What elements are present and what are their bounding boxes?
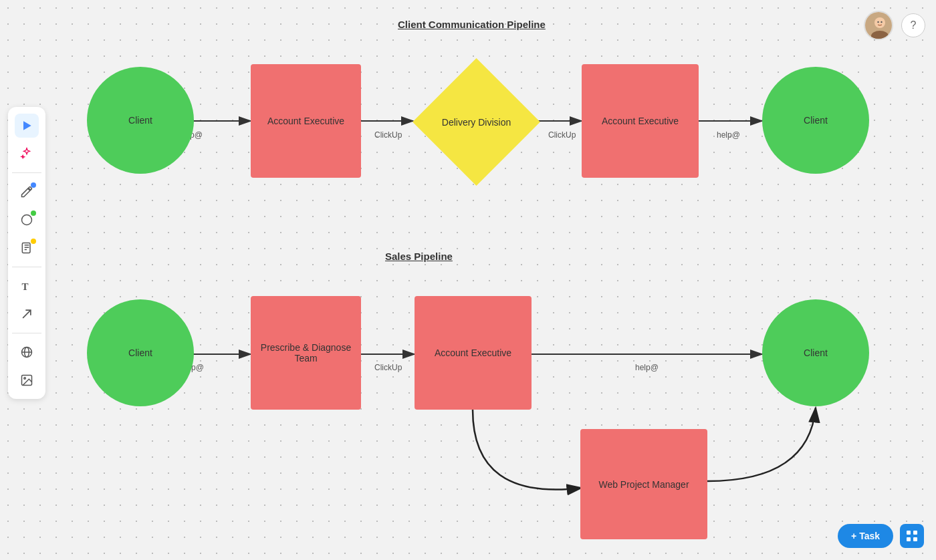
node-client-1-label: Client <box>128 115 152 126</box>
node-client-3-label: Client <box>128 347 152 358</box>
user-avatar[interactable] <box>864 11 893 40</box>
add-task-label: + Task <box>851 531 880 541</box>
globe-tool[interactable] <box>15 340 39 364</box>
node-prescribe-diagnose[interactable]: Prescribe & Diagnose Team <box>251 296 361 410</box>
arrow-label-clickup2: ClickUp <box>548 130 576 140</box>
node-account-exec-3[interactable]: Account Executive <box>415 296 532 410</box>
text-tool[interactable]: T <box>15 274 39 298</box>
node-client-2-label: Client <box>804 115 828 126</box>
play-tool[interactable] <box>15 114 39 138</box>
arrow-tool[interactable] <box>15 302 39 326</box>
svg-point-24 <box>881 21 882 23</box>
svg-rect-27 <box>907 537 911 541</box>
node-web-project-manager-label: Web Project Manager <box>598 479 689 490</box>
svg-text:T: T <box>22 281 29 292</box>
node-client-2[interactable]: Client <box>762 67 869 174</box>
arrow-label-help4: help@ <box>635 363 659 372</box>
arrow-label-clickup3: ClickUp <box>374 363 402 372</box>
arrow-label-clickup1: ClickUp <box>374 130 402 140</box>
svg-rect-28 <box>913 537 917 541</box>
top-right-controls: ? <box>864 11 925 40</box>
svg-point-23 <box>877 21 879 23</box>
left-toolbar: T <box>8 107 45 399</box>
node-web-project-manager[interactable]: Web Project Manager <box>580 429 707 539</box>
svg-point-18 <box>24 378 26 380</box>
node-client-3[interactable]: Client <box>87 299 194 406</box>
svg-line-13 <box>23 310 31 318</box>
magic-tool[interactable] <box>15 142 39 166</box>
circle-tool[interactable] <box>15 208 39 232</box>
pen-tool[interactable] <box>15 180 39 204</box>
svg-point-10 <box>22 215 32 225</box>
node-account-exec-2[interactable]: Account Executive <box>582 64 699 178</box>
svg-rect-11 <box>22 243 30 253</box>
pipeline1-title: Client Communication Pipeline <box>398 19 546 30</box>
node-client-1[interactable]: Client <box>87 67 194 174</box>
node-account-exec-2-label: Account Executive <box>602 116 679 126</box>
node-account-exec-1-label: Account Executive <box>267 116 344 126</box>
node-prescribe-diagnose-label: Prescribe & Diagnose Team <box>251 342 361 364</box>
node-client-4[interactable]: Client <box>762 299 869 406</box>
node-account-exec-3-label: Account Executive <box>435 347 511 358</box>
svg-rect-25 <box>907 531 911 535</box>
svg-marker-9 <box>23 121 31 130</box>
svg-rect-26 <box>913 531 917 535</box>
node-client-4-label: Client <box>804 347 828 358</box>
image-tool[interactable] <box>15 368 39 392</box>
help-button[interactable]: ? <box>901 13 925 37</box>
note-tool[interactable] <box>15 236 39 260</box>
pipeline2-title: Sales Pipeline <box>385 251 453 262</box>
add-task-button[interactable]: + Task <box>838 524 893 548</box>
node-delivery-division-label: Delivery Division <box>442 117 511 128</box>
node-delivery-division[interactable]: Delivery Division <box>415 60 538 184</box>
bottom-right-controls: + Task <box>838 524 924 548</box>
grid-view-button[interactable] <box>900 524 924 548</box>
arrow-label-help2: help@ <box>717 130 740 140</box>
node-account-exec-1[interactable]: Account Executive <box>251 64 361 178</box>
